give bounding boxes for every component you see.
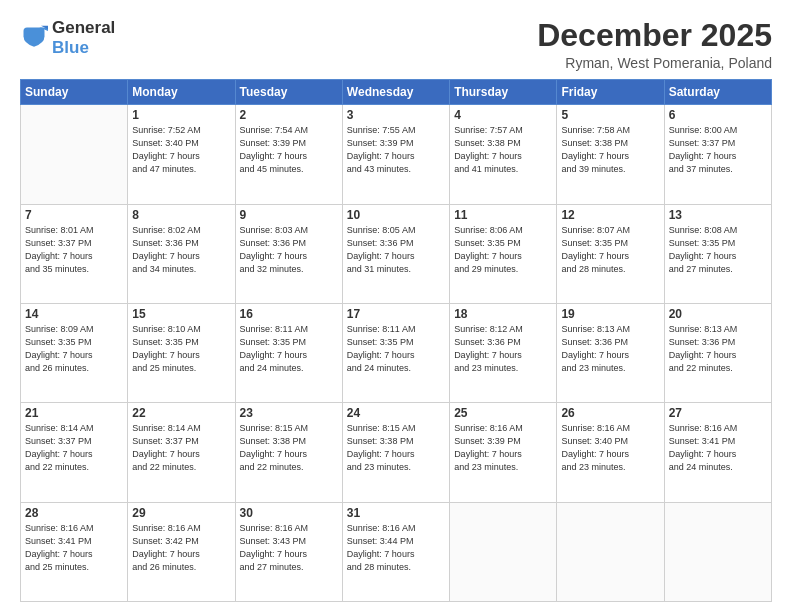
calendar-day-10: 10Sunrise: 8:05 AMSunset: 3:36 PMDayligh…	[342, 204, 449, 303]
day-number: 17	[347, 307, 445, 321]
day-info: Sunrise: 8:14 AMSunset: 3:37 PMDaylight:…	[25, 422, 123, 474]
day-number: 5	[561, 108, 659, 122]
day-number: 9	[240, 208, 338, 222]
day-info: Sunrise: 7:54 AMSunset: 3:39 PMDaylight:…	[240, 124, 338, 176]
calendar-week-row: 7Sunrise: 8:01 AMSunset: 3:37 PMDaylight…	[21, 204, 772, 303]
calendar-day-5: 5Sunrise: 7:58 AMSunset: 3:38 PMDaylight…	[557, 105, 664, 204]
calendar-day-11: 11Sunrise: 8:06 AMSunset: 3:35 PMDayligh…	[450, 204, 557, 303]
day-info: Sunrise: 8:07 AMSunset: 3:35 PMDaylight:…	[561, 224, 659, 276]
day-info: Sunrise: 8:16 AMSunset: 3:41 PMDaylight:…	[669, 422, 767, 474]
day-number: 4	[454, 108, 552, 122]
empty-cell	[21, 105, 128, 204]
day-number: 16	[240, 307, 338, 321]
logo: General Blue	[20, 18, 115, 57]
calendar-day-17: 17Sunrise: 8:11 AMSunset: 3:35 PMDayligh…	[342, 303, 449, 402]
calendar-day-8: 8Sunrise: 8:02 AMSunset: 3:36 PMDaylight…	[128, 204, 235, 303]
day-info: Sunrise: 8:16 AMSunset: 3:40 PMDaylight:…	[561, 422, 659, 474]
day-number: 26	[561, 406, 659, 420]
day-number: 25	[454, 406, 552, 420]
day-info: Sunrise: 8:14 AMSunset: 3:37 PMDaylight:…	[132, 422, 230, 474]
day-number: 3	[347, 108, 445, 122]
calendar-day-9: 9Sunrise: 8:03 AMSunset: 3:36 PMDaylight…	[235, 204, 342, 303]
day-info: Sunrise: 8:08 AMSunset: 3:35 PMDaylight:…	[669, 224, 767, 276]
calendar-day-30: 30Sunrise: 8:16 AMSunset: 3:43 PMDayligh…	[235, 502, 342, 601]
day-info: Sunrise: 8:13 AMSunset: 3:36 PMDaylight:…	[561, 323, 659, 375]
day-number: 24	[347, 406, 445, 420]
calendar-day-3: 3Sunrise: 7:55 AMSunset: 3:39 PMDaylight…	[342, 105, 449, 204]
col-header-friday: Friday	[557, 80, 664, 105]
day-number: 21	[25, 406, 123, 420]
day-info: Sunrise: 8:09 AMSunset: 3:35 PMDaylight:…	[25, 323, 123, 375]
day-info: Sunrise: 8:00 AMSunset: 3:37 PMDaylight:…	[669, 124, 767, 176]
day-number: 8	[132, 208, 230, 222]
day-info: Sunrise: 7:55 AMSunset: 3:39 PMDaylight:…	[347, 124, 445, 176]
calendar-day-23: 23Sunrise: 8:15 AMSunset: 3:38 PMDayligh…	[235, 403, 342, 502]
header: General Blue December 2025 Ryman, West P…	[20, 18, 772, 71]
day-number: 11	[454, 208, 552, 222]
day-number: 31	[347, 506, 445, 520]
location: Ryman, West Pomerania, Poland	[537, 55, 772, 71]
calendar-day-27: 27Sunrise: 8:16 AMSunset: 3:41 PMDayligh…	[664, 403, 771, 502]
calendar-day-24: 24Sunrise: 8:15 AMSunset: 3:38 PMDayligh…	[342, 403, 449, 502]
logo-icon	[20, 24, 48, 52]
calendar-week-row: 28Sunrise: 8:16 AMSunset: 3:41 PMDayligh…	[21, 502, 772, 601]
day-info: Sunrise: 8:01 AMSunset: 3:37 PMDaylight:…	[25, 224, 123, 276]
col-header-tuesday: Tuesday	[235, 80, 342, 105]
day-info: Sunrise: 8:16 AMSunset: 3:41 PMDaylight:…	[25, 522, 123, 574]
empty-cell	[664, 502, 771, 601]
day-info: Sunrise: 8:05 AMSunset: 3:36 PMDaylight:…	[347, 224, 445, 276]
day-number: 22	[132, 406, 230, 420]
empty-cell	[557, 502, 664, 601]
calendar-day-29: 29Sunrise: 8:16 AMSunset: 3:42 PMDayligh…	[128, 502, 235, 601]
col-header-thursday: Thursday	[450, 80, 557, 105]
day-info: Sunrise: 8:11 AMSunset: 3:35 PMDaylight:…	[240, 323, 338, 375]
day-info: Sunrise: 7:57 AMSunset: 3:38 PMDaylight:…	[454, 124, 552, 176]
col-header-saturday: Saturday	[664, 80, 771, 105]
day-number: 13	[669, 208, 767, 222]
day-number: 30	[240, 506, 338, 520]
day-info: Sunrise: 8:16 AMSunset: 3:39 PMDaylight:…	[454, 422, 552, 474]
day-info: Sunrise: 8:16 AMSunset: 3:42 PMDaylight:…	[132, 522, 230, 574]
calendar-day-6: 6Sunrise: 8:00 AMSunset: 3:37 PMDaylight…	[664, 105, 771, 204]
day-number: 18	[454, 307, 552, 321]
day-info: Sunrise: 7:58 AMSunset: 3:38 PMDaylight:…	[561, 124, 659, 176]
day-info: Sunrise: 8:15 AMSunset: 3:38 PMDaylight:…	[347, 422, 445, 474]
calendar-day-4: 4Sunrise: 7:57 AMSunset: 3:38 PMDaylight…	[450, 105, 557, 204]
day-number: 29	[132, 506, 230, 520]
day-info: Sunrise: 8:16 AMSunset: 3:44 PMDaylight:…	[347, 522, 445, 574]
calendar-day-18: 18Sunrise: 8:12 AMSunset: 3:36 PMDayligh…	[450, 303, 557, 402]
month-title: December 2025	[537, 18, 772, 53]
calendar-header-row: SundayMondayTuesdayWednesdayThursdayFrid…	[21, 80, 772, 105]
day-info: Sunrise: 7:52 AMSunset: 3:40 PMDaylight:…	[132, 124, 230, 176]
col-header-sunday: Sunday	[21, 80, 128, 105]
day-number: 12	[561, 208, 659, 222]
day-info: Sunrise: 8:16 AMSunset: 3:43 PMDaylight:…	[240, 522, 338, 574]
day-info: Sunrise: 8:11 AMSunset: 3:35 PMDaylight:…	[347, 323, 445, 375]
title-block: December 2025 Ryman, West Pomerania, Pol…	[537, 18, 772, 71]
empty-cell	[450, 502, 557, 601]
calendar-day-13: 13Sunrise: 8:08 AMSunset: 3:35 PMDayligh…	[664, 204, 771, 303]
day-number: 19	[561, 307, 659, 321]
day-number: 2	[240, 108, 338, 122]
col-header-monday: Monday	[128, 80, 235, 105]
day-info: Sunrise: 8:10 AMSunset: 3:35 PMDaylight:…	[132, 323, 230, 375]
page: General Blue December 2025 Ryman, West P…	[0, 0, 792, 612]
calendar-week-row: 1Sunrise: 7:52 AMSunset: 3:40 PMDaylight…	[21, 105, 772, 204]
day-number: 7	[25, 208, 123, 222]
day-info: Sunrise: 8:12 AMSunset: 3:36 PMDaylight:…	[454, 323, 552, 375]
day-number: 27	[669, 406, 767, 420]
calendar-day-21: 21Sunrise: 8:14 AMSunset: 3:37 PMDayligh…	[21, 403, 128, 502]
day-number: 14	[25, 307, 123, 321]
col-header-wednesday: Wednesday	[342, 80, 449, 105]
calendar-day-31: 31Sunrise: 8:16 AMSunset: 3:44 PMDayligh…	[342, 502, 449, 601]
day-info: Sunrise: 8:03 AMSunset: 3:36 PMDaylight:…	[240, 224, 338, 276]
calendar-week-row: 21Sunrise: 8:14 AMSunset: 3:37 PMDayligh…	[21, 403, 772, 502]
day-number: 15	[132, 307, 230, 321]
calendar-day-7: 7Sunrise: 8:01 AMSunset: 3:37 PMDaylight…	[21, 204, 128, 303]
calendar-day-2: 2Sunrise: 7:54 AMSunset: 3:39 PMDaylight…	[235, 105, 342, 204]
calendar-day-28: 28Sunrise: 8:16 AMSunset: 3:41 PMDayligh…	[21, 502, 128, 601]
calendar-day-26: 26Sunrise: 8:16 AMSunset: 3:40 PMDayligh…	[557, 403, 664, 502]
calendar-day-25: 25Sunrise: 8:16 AMSunset: 3:39 PMDayligh…	[450, 403, 557, 502]
day-number: 28	[25, 506, 123, 520]
calendar-day-20: 20Sunrise: 8:13 AMSunset: 3:36 PMDayligh…	[664, 303, 771, 402]
